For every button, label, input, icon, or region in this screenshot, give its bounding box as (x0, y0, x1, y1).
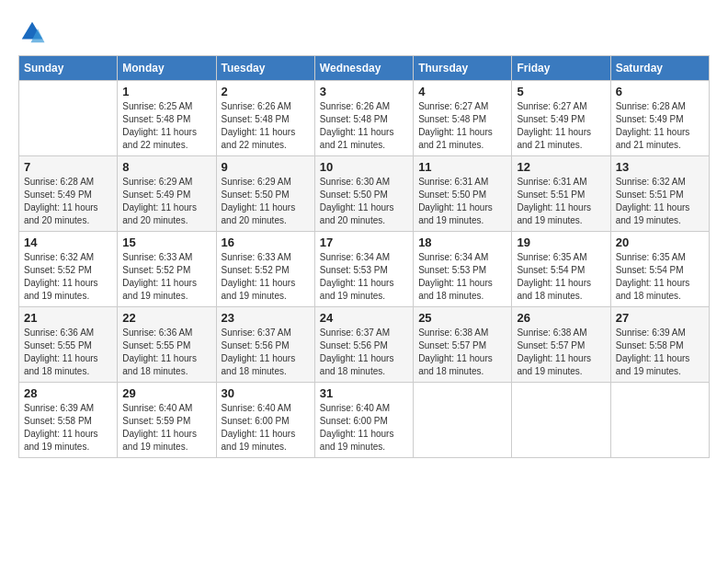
calendar-header-row: SundayMondayTuesdayWednesdayThursdayFrid… (19, 56, 710, 81)
logo (18, 18, 50, 46)
calendar-week-row: 14Sunrise: 6:32 AMSunset: 5:52 PMDayligh… (19, 232, 710, 307)
calendar-cell: 9Sunrise: 6:29 AMSunset: 5:50 PMDaylight… (216, 156, 314, 232)
day-number: 2 (222, 85, 310, 98)
day-detail: Sunrise: 6:25 AMSunset: 5:48 PMDaylight:… (122, 100, 210, 152)
day-detail: Sunrise: 6:40 AMSunset: 5:59 PMDaylight:… (122, 402, 210, 454)
logo-icon (18, 18, 46, 46)
calendar-header-tuesday: Tuesday (216, 56, 314, 81)
day-detail: Sunrise: 6:40 AMSunset: 6:00 PMDaylight:… (222, 402, 310, 454)
day-number: 15 (122, 236, 210, 249)
day-detail: Sunrise: 6:26 AMSunset: 5:48 PMDaylight:… (320, 100, 408, 152)
calendar-cell: 21Sunrise: 6:36 AMSunset: 5:55 PMDayligh… (19, 307, 118, 383)
calendar-cell: 6Sunrise: 6:28 AMSunset: 5:49 PMDaylight… (610, 81, 709, 156)
calendar-cell: 13Sunrise: 6:32 AMSunset: 5:51 PMDayligh… (610, 156, 709, 232)
day-detail: Sunrise: 6:33 AMSunset: 5:52 PMDaylight:… (222, 251, 310, 303)
day-number: 3 (320, 85, 408, 98)
day-detail: Sunrise: 6:26 AMSunset: 5:48 PMDaylight:… (222, 100, 310, 152)
header (18, 18, 710, 46)
day-detail: Sunrise: 6:31 AMSunset: 5:50 PMDaylight:… (418, 176, 506, 227)
calendar-cell: 19Sunrise: 6:35 AMSunset: 5:54 PMDayligh… (512, 232, 610, 307)
day-number: 8 (122, 160, 210, 174)
calendar-cell (512, 383, 610, 458)
day-number: 11 (418, 160, 506, 174)
day-detail: Sunrise: 6:38 AMSunset: 5:57 PMDaylight:… (517, 327, 605, 378)
day-number: 16 (222, 236, 310, 249)
day-detail: Sunrise: 6:28 AMSunset: 5:49 PMDaylight:… (24, 176, 112, 227)
calendar-week-row: 1Sunrise: 6:25 AMSunset: 5:48 PMDaylight… (19, 81, 710, 156)
day-detail: Sunrise: 6:39 AMSunset: 5:58 PMDaylight:… (24, 402, 112, 454)
calendar-cell: 25Sunrise: 6:38 AMSunset: 5:57 PMDayligh… (414, 307, 512, 383)
day-number: 14 (24, 236, 112, 249)
day-detail: Sunrise: 6:32 AMSunset: 5:52 PMDaylight:… (24, 251, 112, 303)
calendar-cell: 7Sunrise: 6:28 AMSunset: 5:49 PMDaylight… (19, 156, 118, 232)
day-number: 27 (616, 311, 704, 325)
day-number: 25 (418, 311, 506, 325)
day-number: 19 (517, 236, 605, 249)
day-detail: Sunrise: 6:32 AMSunset: 5:51 PMDaylight:… (616, 176, 704, 227)
day-number: 26 (517, 311, 605, 325)
day-detail: Sunrise: 6:35 AMSunset: 5:54 PMDaylight:… (616, 251, 704, 303)
calendar-cell: 11Sunrise: 6:31 AMSunset: 5:50 PMDayligh… (414, 156, 512, 232)
day-detail: Sunrise: 6:34 AMSunset: 5:53 PMDaylight:… (418, 251, 506, 303)
calendar-header-saturday: Saturday (610, 56, 709, 81)
calendar-cell: 14Sunrise: 6:32 AMSunset: 5:52 PMDayligh… (19, 232, 118, 307)
day-detail: Sunrise: 6:30 AMSunset: 5:50 PMDaylight:… (320, 176, 408, 227)
day-number: 31 (320, 386, 408, 400)
day-detail: Sunrise: 6:39 AMSunset: 5:58 PMDaylight:… (616, 327, 704, 378)
day-detail: Sunrise: 6:27 AMSunset: 5:48 PMDaylight:… (418, 100, 506, 152)
day-number: 4 (418, 85, 506, 98)
day-number: 6 (616, 85, 704, 98)
calendar-cell: 30Sunrise: 6:40 AMSunset: 6:00 PMDayligh… (216, 383, 314, 458)
day-number: 10 (320, 160, 408, 174)
calendar-cell: 10Sunrise: 6:30 AMSunset: 5:50 PMDayligh… (314, 156, 413, 232)
day-number: 23 (222, 311, 310, 325)
calendar-cell: 24Sunrise: 6:37 AMSunset: 5:56 PMDayligh… (314, 307, 413, 383)
day-detail: Sunrise: 6:31 AMSunset: 5:51 PMDaylight:… (517, 176, 605, 227)
calendar-cell: 2Sunrise: 6:26 AMSunset: 5:48 PMDaylight… (216, 81, 314, 156)
calendar-header-sunday: Sunday (19, 56, 118, 81)
calendar-cell: 23Sunrise: 6:37 AMSunset: 5:56 PMDayligh… (216, 307, 314, 383)
day-detail: Sunrise: 6:33 AMSunset: 5:52 PMDaylight:… (122, 251, 210, 303)
day-number: 17 (320, 236, 408, 249)
calendar-cell: 31Sunrise: 6:40 AMSunset: 6:00 PMDayligh… (314, 383, 413, 458)
calendar-week-row: 7Sunrise: 6:28 AMSunset: 5:49 PMDaylight… (19, 156, 710, 232)
calendar-header-friday: Friday (512, 56, 610, 81)
day-number: 12 (517, 160, 605, 174)
calendar-cell: 1Sunrise: 6:25 AMSunset: 5:48 PMDaylight… (118, 81, 216, 156)
calendar-cell: 18Sunrise: 6:34 AMSunset: 5:53 PMDayligh… (414, 232, 512, 307)
day-number: 21 (24, 311, 112, 325)
calendar-body: 1Sunrise: 6:25 AMSunset: 5:48 PMDaylight… (19, 81, 710, 458)
day-number: 20 (616, 236, 704, 249)
day-detail: Sunrise: 6:38 AMSunset: 5:57 PMDaylight:… (418, 327, 506, 378)
calendar-week-row: 21Sunrise: 6:36 AMSunset: 5:55 PMDayligh… (19, 307, 710, 383)
day-detail: Sunrise: 6:34 AMSunset: 5:53 PMDaylight:… (320, 251, 408, 303)
day-number: 30 (222, 386, 310, 400)
day-number: 28 (24, 386, 112, 400)
day-number: 1 (122, 85, 210, 98)
day-detail: Sunrise: 6:37 AMSunset: 5:56 PMDaylight:… (320, 327, 408, 378)
day-detail: Sunrise: 6:35 AMSunset: 5:54 PMDaylight:… (517, 251, 605, 303)
day-number: 7 (24, 160, 112, 174)
day-detail: Sunrise: 6:36 AMSunset: 5:55 PMDaylight:… (122, 327, 210, 378)
calendar-header-wednesday: Wednesday (314, 56, 413, 81)
day-detail: Sunrise: 6:27 AMSunset: 5:49 PMDaylight:… (517, 100, 605, 152)
day-number: 29 (122, 386, 210, 400)
calendar-cell: 4Sunrise: 6:27 AMSunset: 5:48 PMDaylight… (414, 81, 512, 156)
calendar-header-thursday: Thursday (414, 56, 512, 81)
calendar-cell (610, 383, 709, 458)
day-number: 5 (517, 85, 605, 98)
calendar-cell: 5Sunrise: 6:27 AMSunset: 5:49 PMDaylight… (512, 81, 610, 156)
day-detail: Sunrise: 6:37 AMSunset: 5:56 PMDaylight:… (222, 327, 310, 378)
day-detail: Sunrise: 6:36 AMSunset: 5:55 PMDaylight:… (24, 327, 112, 378)
calendar-cell: 28Sunrise: 6:39 AMSunset: 5:58 PMDayligh… (19, 383, 118, 458)
day-number: 13 (616, 160, 704, 174)
calendar-cell: 26Sunrise: 6:38 AMSunset: 5:57 PMDayligh… (512, 307, 610, 383)
day-detail: Sunrise: 6:40 AMSunset: 6:00 PMDaylight:… (320, 402, 408, 454)
calendar-cell: 8Sunrise: 6:29 AMSunset: 5:49 PMDaylight… (118, 156, 216, 232)
calendar-week-row: 28Sunrise: 6:39 AMSunset: 5:58 PMDayligh… (19, 383, 710, 458)
calendar-header-monday: Monday (118, 56, 216, 81)
calendar-cell (19, 81, 118, 156)
day-number: 9 (222, 160, 310, 174)
calendar-cell: 22Sunrise: 6:36 AMSunset: 5:55 PMDayligh… (118, 307, 216, 383)
day-number: 18 (418, 236, 506, 249)
